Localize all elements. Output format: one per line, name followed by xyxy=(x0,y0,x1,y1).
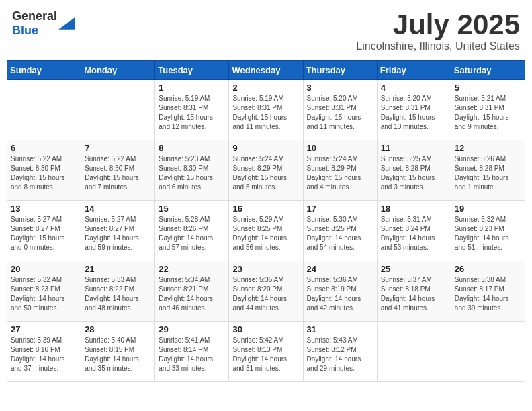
day-number: 8 xyxy=(159,143,225,153)
day-info: Sunrise: 5:30 AMSunset: 8:25 PMDaylight:… xyxy=(307,215,373,253)
day-number: 6 xyxy=(11,143,77,153)
week-row-5: 27Sunrise: 5:39 AMSunset: 8:16 PMDayligh… xyxy=(7,322,525,382)
calendar-table: SundayMondayTuesdayWednesdayThursdayFrid… xyxy=(7,60,525,382)
calendar-cell: 15Sunrise: 5:28 AMSunset: 8:26 PMDayligh… xyxy=(155,201,229,261)
weekday-header-wednesday: Wednesday xyxy=(229,61,303,80)
day-number: 11 xyxy=(381,143,447,153)
subtitle: Lincolnshire, Illinois, United States xyxy=(356,40,520,52)
day-number: 30 xyxy=(232,324,299,334)
weekday-header-monday: Monday xyxy=(81,61,155,80)
day-info: Sunrise: 5:41 AMSunset: 8:14 PMDaylight:… xyxy=(159,336,225,373)
calendar-cell: 18Sunrise: 5:31 AMSunset: 8:24 PMDayligh… xyxy=(377,201,451,261)
day-info: Sunrise: 5:21 AMSunset: 8:31 PMDaylight:… xyxy=(455,94,521,132)
day-number: 14 xyxy=(85,203,151,214)
day-number: 25 xyxy=(381,264,447,274)
day-info: Sunrise: 5:28 AMSunset: 8:26 PMDaylight:… xyxy=(159,215,225,253)
logo-general-text: General xyxy=(12,9,57,23)
day-info: Sunrise: 5:24 AMSunset: 8:29 PMDaylight:… xyxy=(307,154,373,192)
calendar-cell: 5Sunrise: 5:21 AMSunset: 8:31 PMDaylight… xyxy=(451,80,525,140)
weekday-header-saturday: Saturday xyxy=(451,61,525,80)
day-number: 10 xyxy=(307,143,373,153)
calendar-cell: 13Sunrise: 5:27 AMSunset: 8:27 PMDayligh… xyxy=(7,201,81,261)
calendar-cell: 10Sunrise: 5:24 AMSunset: 8:29 PMDayligh… xyxy=(303,140,377,201)
calendar-cell: 25Sunrise: 5:37 AMSunset: 8:18 PMDayligh… xyxy=(377,261,451,322)
day-number: 7 xyxy=(85,143,151,153)
day-number: 5 xyxy=(455,83,521,93)
calendar-cell: 31Sunrise: 5:43 AMSunset: 8:12 PMDayligh… xyxy=(303,322,377,382)
calendar-cell: 29Sunrise: 5:41 AMSunset: 8:14 PMDayligh… xyxy=(155,322,229,382)
day-info: Sunrise: 5:40 AMSunset: 8:15 PMDaylight:… xyxy=(85,336,151,373)
week-row-4: 20Sunrise: 5:32 AMSunset: 8:23 PMDayligh… xyxy=(7,261,525,322)
day-number: 13 xyxy=(11,203,77,214)
calendar-cell: 21Sunrise: 5:33 AMSunset: 8:22 PMDayligh… xyxy=(81,261,155,322)
day-number: 4 xyxy=(381,83,447,93)
page-header: General Blue July 2025 Lincolnshire, Ill… xyxy=(7,7,525,55)
day-number: 1 xyxy=(159,83,225,93)
calendar-cell: 6Sunrise: 5:22 AMSunset: 8:30 PMDaylight… xyxy=(7,140,81,201)
day-number: 2 xyxy=(232,83,299,93)
day-number: 9 xyxy=(232,143,299,153)
calendar-cell: 12Sunrise: 5:26 AMSunset: 8:28 PMDayligh… xyxy=(451,140,525,201)
logo-blue-text: Blue xyxy=(12,24,38,37)
day-number: 18 xyxy=(381,203,447,214)
day-number: 20 xyxy=(11,264,77,274)
day-info: Sunrise: 5:39 AMSunset: 8:16 PMDaylight:… xyxy=(11,336,77,373)
day-info: Sunrise: 5:19 AMSunset: 8:31 PMDaylight:… xyxy=(232,94,299,132)
weekday-header-tuesday: Tuesday xyxy=(155,61,229,80)
day-info: Sunrise: 5:27 AMSunset: 8:27 PMDaylight:… xyxy=(11,215,77,253)
day-info: Sunrise: 5:22 AMSunset: 8:30 PMDaylight:… xyxy=(85,154,151,192)
calendar-cell: 2Sunrise: 5:19 AMSunset: 8:31 PMDaylight… xyxy=(229,80,303,140)
calendar-cell: 23Sunrise: 5:35 AMSunset: 8:20 PMDayligh… xyxy=(229,261,303,322)
day-number: 19 xyxy=(455,203,521,214)
calendar-cell: 26Sunrise: 5:38 AMSunset: 8:17 PMDayligh… xyxy=(451,261,525,322)
day-info: Sunrise: 5:22 AMSunset: 8:30 PMDaylight:… xyxy=(11,154,77,192)
day-info: Sunrise: 5:36 AMSunset: 8:19 PMDaylight:… xyxy=(307,275,373,313)
weekday-header-row: SundayMondayTuesdayWednesdayThursdayFrid… xyxy=(7,61,525,80)
calendar-cell: 28Sunrise: 5:40 AMSunset: 8:15 PMDayligh… xyxy=(81,322,155,382)
day-info: Sunrise: 5:38 AMSunset: 8:17 PMDaylight:… xyxy=(455,275,521,313)
title-block: July 2025 Lincolnshire, Illinois, United… xyxy=(356,9,520,52)
day-number: 21 xyxy=(85,264,151,274)
calendar-cell: 19Sunrise: 5:32 AMSunset: 8:23 PMDayligh… xyxy=(451,201,525,261)
day-number: 3 xyxy=(307,83,373,93)
day-info: Sunrise: 5:26 AMSunset: 8:28 PMDaylight:… xyxy=(455,154,521,192)
calendar-cell xyxy=(81,80,155,140)
weekday-header-thursday: Thursday xyxy=(303,61,377,80)
day-info: Sunrise: 5:25 AMSunset: 8:28 PMDaylight:… xyxy=(381,154,447,192)
day-number: 31 xyxy=(307,324,373,334)
calendar-cell: 14Sunrise: 5:27 AMSunset: 8:27 PMDayligh… xyxy=(81,201,155,261)
day-info: Sunrise: 5:20 AMSunset: 8:31 PMDaylight:… xyxy=(381,94,447,132)
svg-marker-0 xyxy=(58,17,75,30)
week-row-2: 6Sunrise: 5:22 AMSunset: 8:30 PMDaylight… xyxy=(7,140,525,201)
calendar-cell: 16Sunrise: 5:29 AMSunset: 8:25 PMDayligh… xyxy=(229,201,303,261)
calendar-cell: 22Sunrise: 5:34 AMSunset: 8:21 PMDayligh… xyxy=(155,261,229,322)
day-number: 15 xyxy=(159,203,225,214)
day-number: 12 xyxy=(455,143,521,153)
calendar-cell: 20Sunrise: 5:32 AMSunset: 8:23 PMDayligh… xyxy=(7,261,81,322)
day-info: Sunrise: 5:34 AMSunset: 8:21 PMDaylight:… xyxy=(159,275,225,313)
day-number: 26 xyxy=(455,264,521,274)
day-number: 22 xyxy=(159,264,225,274)
day-info: Sunrise: 5:43 AMSunset: 8:12 PMDaylight:… xyxy=(307,336,373,373)
calendar-cell: 1Sunrise: 5:19 AMSunset: 8:31 PMDaylight… xyxy=(155,80,229,140)
day-info: Sunrise: 5:19 AMSunset: 8:31 PMDaylight:… xyxy=(159,94,225,132)
day-number: 28 xyxy=(85,324,151,334)
calendar-cell: 17Sunrise: 5:30 AMSunset: 8:25 PMDayligh… xyxy=(303,201,377,261)
day-number: 29 xyxy=(159,324,225,334)
calendar-cell: 8Sunrise: 5:23 AMSunset: 8:30 PMDaylight… xyxy=(155,140,229,201)
calendar-cell: 3Sunrise: 5:20 AMSunset: 8:31 PMDaylight… xyxy=(303,80,377,140)
logo: General Blue xyxy=(12,9,75,38)
day-info: Sunrise: 5:32 AMSunset: 8:23 PMDaylight:… xyxy=(11,275,77,313)
calendar-cell: 30Sunrise: 5:42 AMSunset: 8:13 PMDayligh… xyxy=(229,322,303,382)
day-number: 27 xyxy=(11,324,77,334)
day-number: 23 xyxy=(232,264,299,274)
day-info: Sunrise: 5:29 AMSunset: 8:25 PMDaylight:… xyxy=(232,215,299,253)
weekday-header-friday: Friday xyxy=(377,61,451,80)
day-info: Sunrise: 5:42 AMSunset: 8:13 PMDaylight:… xyxy=(232,336,299,373)
day-number: 24 xyxy=(307,264,373,274)
weekday-header-sunday: Sunday xyxy=(7,61,81,80)
calendar-cell: 4Sunrise: 5:20 AMSunset: 8:31 PMDaylight… xyxy=(377,80,451,140)
day-info: Sunrise: 5:32 AMSunset: 8:23 PMDaylight:… xyxy=(455,215,521,253)
day-info: Sunrise: 5:24 AMSunset: 8:29 PMDaylight:… xyxy=(232,154,299,192)
week-row-1: 1Sunrise: 5:19 AMSunset: 8:31 PMDaylight… xyxy=(7,80,525,140)
